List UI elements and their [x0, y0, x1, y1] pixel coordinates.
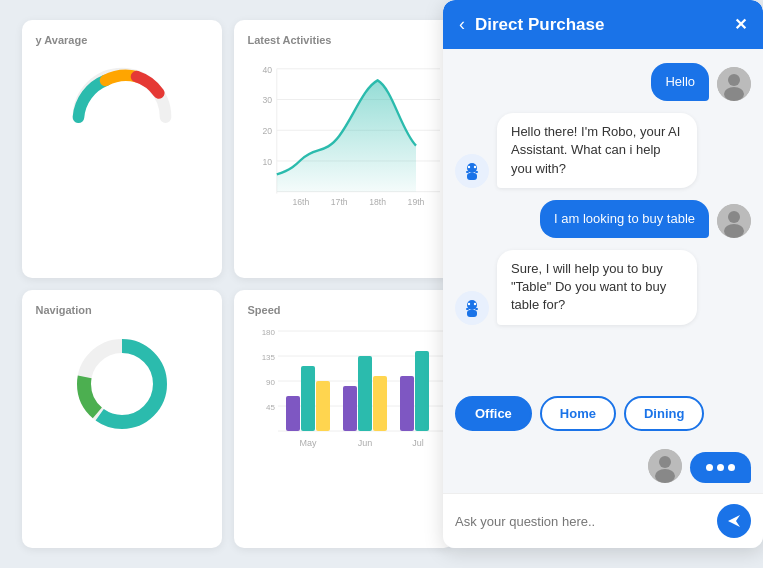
svg-rect-27	[301, 366, 315, 431]
svg-point-43	[474, 166, 476, 168]
activity-chart-svg: 40 30 20 10 16th 17th 18th 19th	[248, 56, 440, 216]
chat-header: ‹ Direct Purchase ✕	[443, 0, 763, 49]
svg-rect-29	[343, 386, 357, 431]
speed-chart: 180 135 90 45 May Jun Jul	[248, 326, 440, 446]
navigation-title: Navigation	[36, 304, 208, 316]
typing-row	[443, 439, 763, 493]
svg-point-52	[474, 302, 476, 304]
svg-rect-41	[467, 173, 477, 180]
navigation-card: Navigation	[22, 290, 222, 548]
chat-input-area	[443, 493, 763, 548]
speed-title: Speed	[248, 304, 440, 316]
message-row-bot: Hello there! I'm Robo, your AI Assistant…	[455, 113, 751, 188]
activity-chart: 40 30 20 10 16th 17th 18th 19th	[248, 56, 440, 216]
svg-text:180: 180	[261, 328, 275, 337]
svg-rect-28	[316, 381, 330, 431]
svg-text:90: 90	[266, 378, 275, 387]
chat-title: Direct Purchase	[475, 15, 724, 35]
gauge-svg	[67, 64, 177, 124]
svg-point-47	[728, 211, 740, 223]
donut-svg	[72, 334, 172, 434]
svg-text:17th: 17th	[330, 197, 347, 207]
option-dining-button[interactable]: Dining	[624, 396, 704, 431]
svg-text:19th: 19th	[407, 197, 424, 207]
yearly-average-card: y Avarage	[22, 20, 222, 278]
user-avatar	[717, 67, 751, 101]
svg-point-42	[468, 166, 470, 168]
typing-bubble	[690, 452, 751, 483]
option-office-button[interactable]: Office	[455, 396, 532, 431]
svg-point-56	[659, 456, 671, 468]
svg-text:20: 20	[262, 126, 272, 136]
chat-input[interactable]	[455, 514, 709, 529]
svg-rect-30	[358, 356, 372, 431]
send-button[interactable]	[717, 504, 751, 538]
svg-rect-33	[415, 351, 429, 431]
speed-card: Speed 180 135 90 45	[234, 290, 454, 548]
svg-text:Jul: Jul	[412, 438, 424, 448]
svg-rect-32	[400, 376, 414, 431]
svg-rect-50	[467, 310, 477, 317]
chat-back-button[interactable]: ‹	[459, 14, 465, 35]
message-row-user: Hello	[455, 63, 751, 101]
bot-avatar2	[455, 291, 489, 325]
svg-rect-53	[466, 308, 469, 310]
donut-chart	[72, 334, 172, 434]
svg-rect-45	[475, 171, 478, 173]
user-avatar3	[648, 449, 682, 483]
svg-point-51	[468, 302, 470, 304]
svg-rect-54	[475, 308, 478, 310]
message-bubble-user2: I am looking to buy table	[540, 200, 709, 238]
svg-point-38	[728, 74, 740, 86]
chat-panel: ‹ Direct Purchase ✕ Hello	[443, 0, 763, 548]
typing-dot3	[728, 464, 735, 471]
latest-activities-title: Latest Activities	[248, 34, 440, 46]
svg-text:30: 30	[262, 95, 272, 105]
svg-text:10: 10	[262, 157, 272, 167]
svg-text:18th: 18th	[369, 197, 386, 207]
svg-point-48	[724, 224, 744, 238]
option-home-button[interactable]: Home	[540, 396, 616, 431]
svg-text:16th: 16th	[292, 197, 309, 207]
svg-rect-31	[373, 376, 387, 431]
message-bubble-bot2: Sure, I will help you to buy "Table" Do …	[497, 250, 697, 325]
svg-rect-26	[286, 396, 300, 431]
typing-dot1	[706, 464, 713, 471]
svg-text:40: 40	[262, 65, 272, 75]
svg-text:45: 45	[266, 403, 275, 412]
option-buttons: Office Home Dining	[443, 396, 763, 431]
message-row-user2: I am looking to buy table	[455, 200, 751, 238]
typing-dot2	[717, 464, 724, 471]
bot-avatar	[455, 154, 489, 188]
svg-rect-44	[466, 171, 469, 173]
speed-chart-svg: 180 135 90 45 May Jun Jul	[248, 326, 448, 461]
chat-close-button[interactable]: ✕	[734, 15, 747, 34]
svg-point-39	[724, 87, 744, 101]
user-avatar2	[717, 204, 751, 238]
svg-text:May: May	[299, 438, 317, 448]
svg-text:Jun: Jun	[357, 438, 372, 448]
latest-activities-card: Latest Activities 40 30 20 10 16th 17th …	[234, 20, 454, 278]
yearly-average-title: y Avarage	[36, 34, 88, 46]
svg-point-57	[655, 469, 675, 483]
chat-messages: Hello Hello there! I'm Robo, your AI Ass…	[443, 49, 763, 396]
message-row-bot2: Sure, I will help you to buy "Table" Do …	[455, 250, 751, 325]
message-bubble-user: Hello	[651, 63, 709, 101]
svg-text:135: 135	[261, 353, 275, 362]
gauge-chart	[67, 64, 177, 124]
message-bubble-bot: Hello there! I'm Robo, your AI Assistant…	[497, 113, 697, 188]
